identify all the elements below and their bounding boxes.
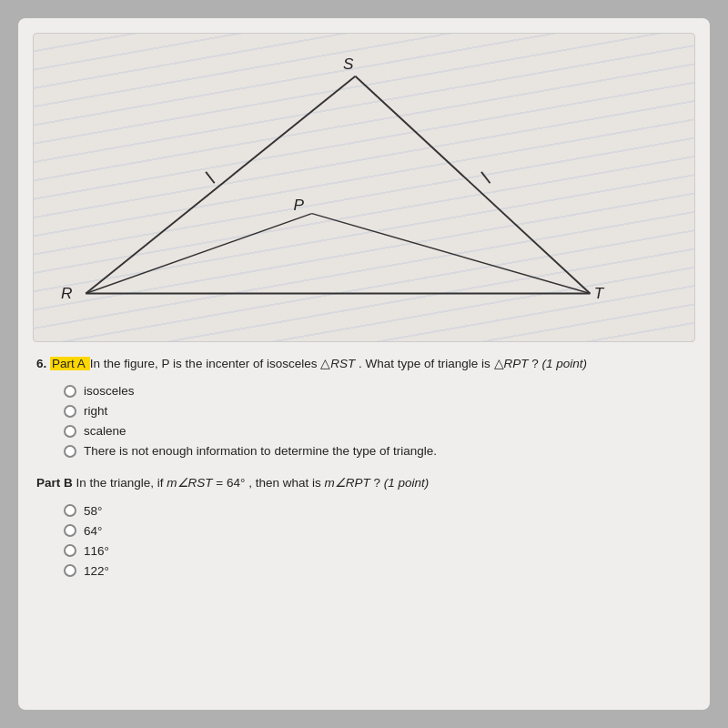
option-isosceles[interactable]: isosceles (64, 384, 692, 398)
options-group-a: isosceles right scalene There is not eno… (64, 384, 692, 458)
radio-58[interactable] (64, 504, 76, 517)
part-b-section: Part B In the triangle, if m∠RST = 64° ,… (36, 474, 692, 577)
svg-text:P: P (294, 196, 305, 214)
radio-122[interactable] (64, 564, 76, 577)
option-scalene[interactable]: scalene (64, 424, 692, 438)
radio-64[interactable] (64, 524, 76, 537)
svg-text:R: R (61, 284, 72, 302)
option-right-label: right (84, 404, 107, 418)
svg-line-0 (86, 76, 355, 294)
option-right[interactable]: right (64, 404, 692, 418)
option-64-label: 64° (84, 524, 102, 538)
svg-text:T: T (594, 284, 605, 302)
option-122-label: 122° (84, 564, 109, 578)
options-group-b: 58° 64° 116° 122° (64, 504, 692, 578)
radio-116[interactable] (64, 544, 76, 557)
option-58[interactable]: 58° (64, 504, 692, 518)
question-number: 6. (36, 357, 46, 370)
part-b-text: In the triangle, if m∠RST = 64° , then w… (76, 476, 430, 490)
triangle-diagram: S R T P (34, 34, 694, 341)
option-isosceles-label: isosceles (84, 384, 135, 398)
question-6-part-a: 6. Part A In the figure, P is the incent… (36, 355, 692, 373)
screen: S R T P 6. Part A In the figure, P is th… (18, 18, 710, 710)
radio-right[interactable] (64, 405, 76, 418)
svg-line-6 (206, 172, 215, 183)
option-scalene-label: scalene (84, 424, 126, 438)
svg-text:S: S (343, 55, 354, 73)
radio-noinfo[interactable] (64, 445, 76, 458)
option-122[interactable]: 122° (64, 564, 692, 578)
diagram-area: S R T P (33, 33, 695, 342)
radio-scalene[interactable] (64, 425, 76, 438)
option-64[interactable]: 64° (64, 524, 692, 538)
part-a-highlight: Part A (50, 357, 90, 370)
option-noinfo-label: There is not enough information to deter… (84, 444, 437, 458)
part-b-label: Part B (36, 476, 73, 490)
content-area: 6. Part A In the figure, P is the incent… (18, 342, 710, 710)
option-116-label: 116° (84, 544, 109, 558)
option-58-label: 58° (84, 504, 102, 518)
svg-line-1 (355, 76, 590, 294)
svg-line-7 (481, 172, 490, 183)
question-6-part-b: Part B In the triangle, if m∠RST = 64° ,… (36, 474, 692, 492)
radio-isosceles[interactable] (64, 385, 76, 398)
part-a-text: In the figure, P is the incenter of isos… (90, 357, 587, 370)
svg-line-3 (86, 214, 311, 294)
option-116[interactable]: 116° (64, 544, 692, 558)
option-noinfo[interactable]: There is not enough information to deter… (64, 444, 692, 458)
svg-line-4 (312, 214, 591, 294)
